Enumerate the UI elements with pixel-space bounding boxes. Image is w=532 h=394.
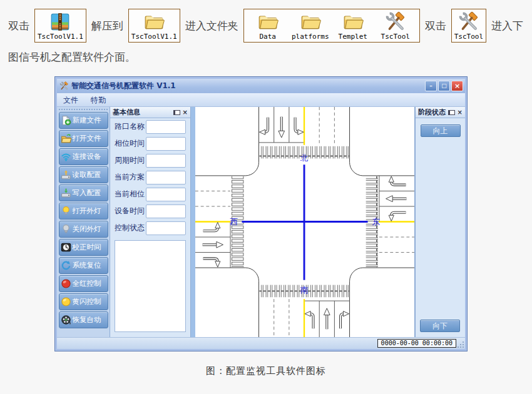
- field-label: 设备时间: [115, 206, 145, 216]
- sidebar-button[interactable]: 校正时间: [59, 239, 108, 256]
- zip-archive-icon: [49, 11, 71, 33]
- auto-icon: [61, 315, 71, 325]
- exe-icon-box: TscTool: [451, 9, 486, 43]
- extracted-folder-label: TscToolV1.1: [131, 33, 177, 41]
- form-field-row: 控制状态: [110, 220, 190, 236]
- sidebar-button[interactable]: 全红控制: [59, 275, 108, 292]
- sidebar-button[interactable]: 打开文件: [59, 130, 108, 147]
- sidebar-button[interactable]: 打开外灯: [59, 203, 108, 220]
- sidebar-button[interactable]: 关闭外灯: [59, 221, 108, 238]
- file-icon-cell: Templet: [335, 11, 371, 41]
- write-config-icon: [61, 188, 71, 198]
- sidebar-button-label: 全红控制: [73, 279, 101, 288]
- yellow-flash-icon: [61, 296, 71, 307]
- basic-info-panel: 基本信息 × 路口名称 相位时间: [110, 107, 191, 337]
- sidebar-button[interactable]: 黄闪控制: [59, 293, 108, 310]
- pin-icon[interactable]: [448, 110, 455, 115]
- resize-grip[interactable]: [463, 346, 464, 348]
- file-icon-label: Data: [259, 33, 276, 41]
- intro-text: 图信号机之配置软件介面。: [8, 50, 136, 64]
- field-input[interactable]: [146, 154, 186, 168]
- sidebar-button-label: 打开外灯: [73, 206, 101, 216]
- stage-status-header: 阶段状态 ×: [416, 107, 465, 118]
- field-label: 当前方案: [115, 172, 145, 183]
- menu-item[interactable]: 文件: [57, 94, 84, 106]
- extracted-folder-icon-box: TscToolV1.1: [128, 9, 180, 43]
- app-window: 智能交通信号机配置软件 V1.1 – □ × 文件 特勤 新建文件: [55, 77, 467, 351]
- basic-info-header: 基本信息 ×: [110, 107, 190, 118]
- field-input[interactable]: [146, 205, 186, 218]
- sidebar-button-label: 连接设备: [73, 152, 101, 161]
- field-label: 当前相位: [115, 189, 145, 200]
- light-on-icon: [61, 206, 71, 216]
- form-field-row: 相位时间: [110, 135, 190, 152]
- basic-info-fields: 路口名称 相位时间 周期时间: [110, 118, 190, 236]
- form-field-row: 路口名称: [110, 118, 190, 135]
- folder-contents-box: Data platforms Templet TscTool: [243, 9, 420, 43]
- connect-device-icon: [61, 151, 71, 162]
- sidebar-button-label: 校正时间: [73, 243, 101, 252]
- tools-icon: [458, 11, 479, 33]
- file-icon-label: TscTool: [381, 33, 410, 41]
- window-content: 新建文件 打开文件 连接设备 读取配置: [57, 107, 465, 337]
- field-input[interactable]: [146, 137, 186, 151]
- field-input[interactable]: [146, 221, 186, 235]
- field-input[interactable]: [146, 171, 186, 184]
- stage-status-title: 阶段状态: [418, 108, 446, 117]
- sidebar-button[interactable]: 恢复自动: [59, 311, 108, 328]
- compass-west-label: 西: [230, 217, 238, 226]
- panel-close-icon[interactable]: ×: [183, 109, 188, 116]
- compass-east-label: 东: [372, 217, 381, 226]
- step-text-double-click-1: 双击: [8, 19, 29, 33]
- minimize-button[interactable]: –: [425, 81, 437, 91]
- open-file-icon: [61, 133, 71, 144]
- device-time-display: 0000-00-00 00:00:00: [377, 339, 456, 348]
- field-input[interactable]: [146, 188, 186, 201]
- stage-up-button[interactable]: 向上: [421, 124, 461, 137]
- field-label: 相位时间: [115, 138, 145, 149]
- stage-down-button[interactable]: 向下: [420, 320, 460, 332]
- field-label: 路口名称: [115, 121, 145, 132]
- toolbar-sidebar: 新建文件 打开文件 连接设备 读取配置: [57, 107, 110, 337]
- tools-icon: [385, 11, 406, 33]
- pin-icon[interactable]: [173, 110, 180, 115]
- title-bar: 智能交通信号机配置软件 V1.1 – □ ×: [57, 79, 465, 93]
- info-listbox[interactable]: [115, 240, 186, 332]
- intersection-diagram: 北 南 西 东: [195, 107, 415, 337]
- step-text-enter-next: 进入下: [491, 19, 523, 33]
- folder-icon: [300, 11, 321, 33]
- menu-bar: 文件 特勤: [57, 93, 465, 107]
- maximize-button[interactable]: □: [438, 81, 450, 91]
- menu-item[interactable]: 特勤: [84, 94, 112, 106]
- basic-info-title: 基本信息: [113, 108, 140, 117]
- sidebar-button-label: 恢复自动: [73, 315, 101, 325]
- stage-status-panel: 阶段状态 × 向上 向下: [415, 107, 465, 337]
- status-bar: 0000-00-00 00:00:00: [57, 337, 465, 349]
- file-icon-cell: TscTool: [378, 11, 413, 41]
- document-page: 双击 TscToolV1.1 解压到 TscToolV1.1 进入文件夹 Dat…: [0, 0, 532, 394]
- sidebar-button[interactable]: 新建文件: [59, 112, 108, 129]
- sidebar-button[interactable]: 写入配置: [59, 184, 108, 201]
- panel-close-icon[interactable]: ×: [458, 109, 463, 116]
- folder-icon: [342, 11, 364, 33]
- clock-icon: [61, 242, 71, 253]
- field-label: 周期时间: [115, 155, 145, 166]
- zip-file-icon-box: TscToolV1.1: [34, 9, 86, 43]
- step-text-extract-to: 解压到: [91, 19, 123, 33]
- file-icon-cell: Data: [250, 11, 285, 41]
- form-field-row: 设备时间: [110, 203, 190, 220]
- close-button[interactable]: ×: [451, 81, 463, 91]
- zip-file-label: TscToolV1.1: [38, 33, 83, 41]
- sidebar-button-label: 新建文件: [73, 116, 101, 125]
- panel-splitter[interactable]: [191, 107, 195, 337]
- field-input[interactable]: [146, 120, 186, 134]
- folder-icon: [143, 11, 165, 33]
- sidebar-button[interactable]: 系统复位: [59, 257, 108, 274]
- file-icon-cell: platforms: [293, 11, 328, 41]
- sidebar-button[interactable]: 连接设备: [59, 148, 108, 165]
- form-field-row: 周期时间: [110, 152, 190, 169]
- sidebar-button-label: 写入配置: [73, 188, 101, 198]
- sidebar-button-label: 系统复位: [73, 261, 101, 270]
- sidebar-button-label: 打开文件: [73, 134, 101, 143]
- sidebar-button[interactable]: 读取配置: [59, 166, 108, 183]
